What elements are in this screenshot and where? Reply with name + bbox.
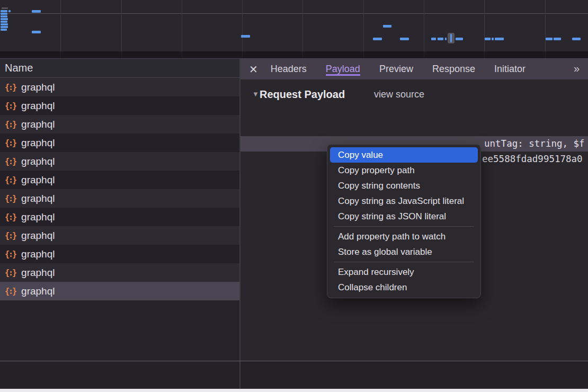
overview-gridline <box>302 0 303 58</box>
json-braces-icon: {:} <box>5 83 16 92</box>
menu-item-copy-value[interactable]: Copy value <box>330 147 478 163</box>
network-activity-bar <box>456 38 463 40</box>
network-activity-bar <box>445 38 447 40</box>
network-activity-bar <box>438 38 443 40</box>
overview-gridline <box>182 0 182 58</box>
tab-initiator[interactable]: Initiator <box>494 64 525 74</box>
menu-item-collapse-children[interactable]: Collapse children <box>327 280 480 295</box>
more-tabs-icon[interactable]: » <box>574 59 580 79</box>
overview-gridline <box>60 0 61 58</box>
overview-gridline <box>484 0 485 58</box>
json-braces-icon: {:} <box>5 138 16 148</box>
view-source-link[interactable]: view source <box>374 86 424 103</box>
network-request-row[interactable]: {:}graphql <box>0 78 239 96</box>
json-braces-icon: {:} <box>5 157 16 166</box>
json-braces-icon: {:} <box>5 120 16 129</box>
overview-gridline <box>242 0 243 58</box>
section-title: Request Payload <box>260 86 345 103</box>
request-name-label: graphql <box>21 211 55 223</box>
network-activity-bar <box>383 25 391 28</box>
network-activity-bar <box>554 38 561 40</box>
menu-item-store-as-global-variable[interactable]: Store as global variable <box>327 244 480 260</box>
network-activity-bar <box>1 13 7 15</box>
tab-preview[interactable]: Preview <box>379 64 413 74</box>
menu-item-expand-recursively[interactable]: Expand recursively <box>327 264 480 280</box>
network-activity-bar <box>32 10 41 13</box>
menu-item-copy-string-as-javascript-literal[interactable]: Copy string as JavaScript literal <box>327 193 480 209</box>
network-activity-bar <box>400 38 409 40</box>
close-icon[interactable]: ✕ <box>249 63 258 76</box>
property-value-right: ee5588fdad995178a0 <box>482 152 583 167</box>
json-braces-icon: {:} <box>5 287 16 296</box>
network-activity-bar <box>431 38 436 40</box>
network-activity-bar <box>492 38 494 40</box>
request-name-label: graphql <box>21 248 55 260</box>
network-overview[interactable] <box>0 0 588 58</box>
request-list-panel: Name {:}graphql{:}graphql{:}graphql{:}gr… <box>0 59 239 361</box>
request-rows: {:}graphql{:}graphql{:}graphql{:}graphql… <box>0 78 239 300</box>
network-activity-bar <box>8 10 11 12</box>
network-request-row[interactable]: {:}graphql <box>0 171 239 189</box>
network-activity-bar <box>2 7 8 9</box>
network-activity-bar <box>1 23 8 25</box>
network-request-row[interactable]: {:}graphql <box>0 133 239 152</box>
operation-name-row[interactable]: operationName: "ipFlowTimeseries" <box>240 121 588 136</box>
network-request-row[interactable]: {:}graphql <box>0 96 239 115</box>
network-activity-bar <box>495 38 504 40</box>
details-tabs: HeadersPayloadPreviewResponseInitiator <box>271 59 545 79</box>
overview-bottom-band <box>0 51 588 58</box>
json-braces-icon: {:} <box>5 194 16 203</box>
request-name-label: graphql <box>21 193 55 204</box>
request-name-label: graphql <box>21 267 55 279</box>
request-name-label: graphql <box>21 100 55 112</box>
status-footer <box>0 361 588 389</box>
request-payload-section: ▼ Request Payload view source <box>240 86 588 103</box>
tab-payload[interactable]: Payload <box>326 64 360 76</box>
menu-item-copy-string-contents[interactable]: Copy string contents <box>327 178 480 193</box>
panel-divider[interactable] <box>239 59 240 389</box>
details-tabbar: ✕ HeadersPayloadPreviewResponseInitiator… <box>240 59 588 79</box>
request-name-label: graphql <box>21 82 55 93</box>
page-edge <box>0 389 588 392</box>
request-name-label: graphql <box>21 137 55 149</box>
request-name-label: graphql <box>21 119 55 130</box>
network-activity-bar <box>1 10 7 12</box>
tab-headers[interactable]: Headers <box>271 64 307 74</box>
json-braces-icon: {:} <box>5 231 16 240</box>
overview-gridline <box>545 0 546 58</box>
network-request-row[interactable]: {:}graphql <box>0 263 239 282</box>
name-column-label: Name <box>5 62 33 74</box>
disclosure-triangle-icon[interactable]: ▼ <box>252 86 259 103</box>
network-activity-bar <box>32 31 41 33</box>
payload-preview-row[interactable]: ▼ {operationName: "ipFlowTimeseries", va… <box>240 105 588 121</box>
json-braces-icon: {:} <box>5 212 16 222</box>
network-activity-bar <box>1 21 7 23</box>
json-braces-icon: {:} <box>5 250 16 259</box>
overview-gridline <box>424 0 424 58</box>
overview-gridline <box>0 13 588 14</box>
tab-response[interactable]: Response <box>432 64 475 74</box>
network-request-row[interactable]: {:}graphql <box>0 226 239 245</box>
request-name-label: graphql <box>21 174 55 186</box>
menu-separator <box>334 226 474 227</box>
menu-item-add-property-path-to-watch[interactable]: Add property path to watch <box>327 229 480 244</box>
network-activity-bar <box>241 35 250 38</box>
network-request-row[interactable]: {:}graphql <box>0 115 239 133</box>
network-activity-bar <box>1 29 7 31</box>
network-main: Name {:}graphql{:}graphql{:}graphql{:}gr… <box>0 58 588 361</box>
network-request-row[interactable]: {:}graphql <box>0 208 239 226</box>
json-braces-icon: {:} <box>5 175 16 185</box>
network-activity-bar <box>1 26 8 28</box>
menu-item-copy-string-as-json-literal[interactable]: Copy string as JSON literal <box>327 209 480 224</box>
menu-item-copy-property-path[interactable]: Copy property path <box>327 163 480 178</box>
network-request-row[interactable]: {:}graphql <box>0 245 239 263</box>
footer-divider <box>0 361 588 361</box>
network-request-row[interactable]: {:}graphql <box>0 152 239 171</box>
network-activity-bar <box>485 38 491 40</box>
context-menu: Copy valueCopy property pathCopy string … <box>327 144 481 298</box>
network-request-row[interactable]: {:}graphql <box>0 282 239 300</box>
network-request-row[interactable]: {:}graphql <box>0 189 239 208</box>
overview-gridline <box>121 0 122 58</box>
name-column-header[interactable]: Name <box>0 59 239 78</box>
network-activity-bar <box>1 18 8 20</box>
